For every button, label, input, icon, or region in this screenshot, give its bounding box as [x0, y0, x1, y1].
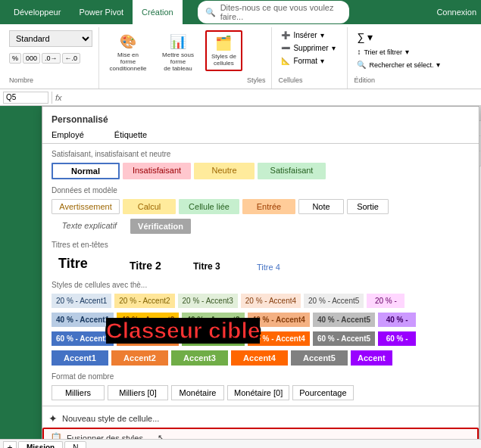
number-format-select[interactable]: Standard — [9, 30, 92, 47]
add-sheet-btn[interactable]: + — [3, 441, 17, 449]
acc40-2[interactable]: 40 % - Accent2 — [117, 313, 179, 327]
cursor-indicator: ↖ — [158, 433, 164, 439]
cell-verification[interactable]: Vérification — [130, 219, 191, 234]
fmt-pourcentage[interactable]: Pourcentage — [292, 385, 353, 400]
inserer-label: Insérer — [293, 31, 317, 39]
cell-satisfaisant[interactable]: Satisfaisant — [258, 163, 326, 179]
nouveau-style-label: Nouveau style de cellule... — [62, 414, 159, 423]
acc40-5[interactable]: 40 % - Accent5 — [313, 313, 375, 327]
etiquette-item[interactable]: Étiquette — [114, 130, 147, 139]
acc20-6[interactable]: 20 % - — [367, 294, 404, 308]
cell-normal[interactable]: Normal — [52, 163, 120, 179]
satisfaisant-row: Normal Insatisfaisant Neutre Satisfaisan… — [42, 160, 479, 182]
acc-base-3[interactable]: Accent3 — [171, 350, 228, 366]
acc20-row: 20 % - Accent1 20 % - Accent2 20 % - Acc… — [42, 291, 479, 310]
tab-power-pivot[interactable]: Power Pivot — [70, 0, 133, 24]
fmt-monetaire[interactable]: Monétaire — [171, 385, 224, 400]
acc40-3[interactable]: 40 % - Accent3 — [182, 313, 244, 327]
cells-section-label: Cellules — [278, 76, 302, 86]
acc60-2[interactable]: 60 % - Accent2 — [117, 331, 179, 346]
fmt-monetaire0[interactable]: Monétaire [0] — [227, 385, 289, 400]
sigma-dropdown-icon[interactable]: ▾ — [367, 31, 373, 43]
format-dropdown-icon[interactable]: ▾ — [320, 57, 324, 65]
cell-titre4[interactable]: Titre 4 — [250, 260, 311, 274]
sheet-tab-n[interactable]: N — [64, 441, 86, 448]
acc60-6[interactable]: 60 % - — [378, 331, 416, 346]
sheet-tab-mission[interactable]: Mission — [18, 441, 63, 448]
trier-dropdown-icon[interactable]: ▾ — [405, 48, 409, 56]
supprimer-dropdown-icon[interactable]: ▾ — [332, 44, 336, 52]
toolbar-styles-section: 🎨 Mise en forme conditionnelle 📊 Mettre … — [99, 27, 272, 89]
section-donnees-label: Données et modèle — [42, 182, 479, 197]
cell-avertissement[interactable]: Avertissement — [52, 199, 120, 214]
acc-base-6[interactable]: Accent — [351, 350, 392, 366]
acc20-3[interactable]: 20 % - Accent3 — [178, 294, 238, 308]
acc-base-2[interactable]: Accent2 — [111, 350, 168, 366]
cell-insatisfaisant[interactable]: Insatisfaisant — [123, 163, 191, 179]
cell-liee[interactable]: Cellule liée — [179, 199, 239, 214]
styles-section-label: Styles — [247, 76, 266, 86]
acc60-3[interactable]: 60 % - Accent3 — [182, 331, 244, 346]
acc60-4[interactable]: 60 % - Accent4 — [248, 331, 310, 346]
cell-entree[interactable]: Entrée — [242, 199, 295, 214]
acc20-4[interactable]: 20 % - Accent4 — [241, 294, 301, 308]
acc-base-1[interactable]: Accent1 — [52, 350, 108, 366]
format-btn[interactable]: 📐 Format ▾ — [278, 56, 327, 66]
acc20-2[interactable]: 20 % - Accent2 — [114, 294, 174, 308]
cell-neutre[interactable]: Neutre — [194, 163, 255, 179]
employe-item[interactable]: Employé — [52, 130, 84, 139]
donnees-row2: Texte explicatif Vérification — [42, 216, 479, 236]
formula-bar: fx — [0, 89, 481, 106]
trier-btn[interactable]: ↕️ Trier et filtrer ▾ — [354, 47, 412, 57]
name-box[interactable] — [3, 92, 48, 104]
cell-titre1[interactable]: Titre — [52, 254, 120, 274]
increase-decimal-btn[interactable]: .0→ — [42, 53, 61, 64]
ribbon-search[interactable]: 🔍 Dites-nous ce que vous voulez faire... — [198, 1, 349, 23]
inserer-icon: ➕ — [281, 31, 290, 39]
cell-note[interactable]: Note — [298, 199, 344, 214]
fmt-milliers[interactable]: Milliers — [52, 385, 105, 400]
pct-btn[interactable]: % — [9, 53, 21, 64]
formula-bar-sep — [52, 92, 52, 104]
connexion-tab[interactable]: Connexion — [436, 8, 476, 17]
acc-base-4[interactable]: Accent4 — [231, 350, 288, 366]
acc60-5[interactable]: 60 % - Accent5 — [313, 331, 375, 346]
mettre-sous-forme-btn[interactable]: 📊 Mettre sous forme de tableau — [155, 30, 201, 75]
format-row: Milliers Milliers [0] Monétaire Monétair… — [42, 383, 479, 403]
styles-cellules-btn[interactable]: 🗂️ Styles de cellules — [205, 30, 242, 71]
formula-input[interactable] — [65, 93, 478, 102]
rechercher-dropdown-icon[interactable]: ▾ — [436, 61, 440, 69]
acc40-6[interactable]: 40 % - — [378, 313, 416, 327]
trier-label: Trier et filtrer — [364, 48, 402, 56]
fmt-milliers0[interactable]: Milliers [0] — [108, 385, 168, 400]
styles-dropdown-panel: Personnalisé Employé Étiquette Satisfais… — [42, 106, 479, 439]
cell-sortie[interactable]: Sortie — [347, 199, 389, 214]
nouveau-style-icon: ✦ — [48, 412, 58, 425]
rechercher-icon: 🔍 — [357, 61, 366, 69]
tab-creation[interactable]: Création — [133, 0, 183, 24]
inserer-dropdown-icon[interactable]: ▾ — [320, 31, 324, 39]
rechercher-btn[interactable]: 🔍 Rechercher et sélect. ▾ — [354, 60, 443, 70]
cell-texte-expl[interactable]: Texte explicatif — [52, 219, 127, 234]
section-themes-label: Styles de cellules avec thè... — [42, 276, 479, 291]
tab-developpeur[interactable]: Développeur — [5, 0, 70, 24]
thousands-btn[interactable]: 000 — [23, 53, 40, 64]
acc40-4[interactable]: 40 % - Accent4 — [248, 313, 310, 327]
cell-titre2[interactable]: Titre 2 — [123, 257, 183, 274]
cell-calcul[interactable]: Calcul — [123, 199, 176, 214]
decrease-decimal-btn[interactable]: ←.0 — [62, 53, 81, 64]
inserer-btn[interactable]: ➕ Insérer ▾ — [278, 30, 326, 40]
acc20-1[interactable]: 20 % - Accent1 — [52, 294, 111, 308]
cell-titre3[interactable]: Titre 3 — [186, 259, 247, 274]
acc60-1[interactable]: 60 % - Accent1 — [52, 331, 114, 346]
sigma-btn[interactable]: ∑ ▾ — [354, 30, 376, 44]
btn-fusionner[interactable]: 📋 Fusionner des styles... ↖ — [42, 428, 479, 439]
acc-base-5[interactable]: Accent5 — [291, 350, 348, 366]
acc40-1[interactable]: 40 % - Accent1 — [52, 313, 114, 327]
fusionner-icon: 📋 — [50, 432, 62, 439]
btn-nouveau-style[interactable]: ✦ Nouveau style de cellule... — [42, 409, 479, 428]
mise-en-forme-btn[interactable]: 🎨 Mise en forme conditionnelle — [105, 30, 151, 75]
acc20-5[interactable]: 20 % - Accent5 — [304, 294, 364, 308]
supprimer-btn[interactable]: ➖ Supprimer ▾ — [278, 43, 338, 53]
format-icon: 📐 — [281, 57, 290, 65]
